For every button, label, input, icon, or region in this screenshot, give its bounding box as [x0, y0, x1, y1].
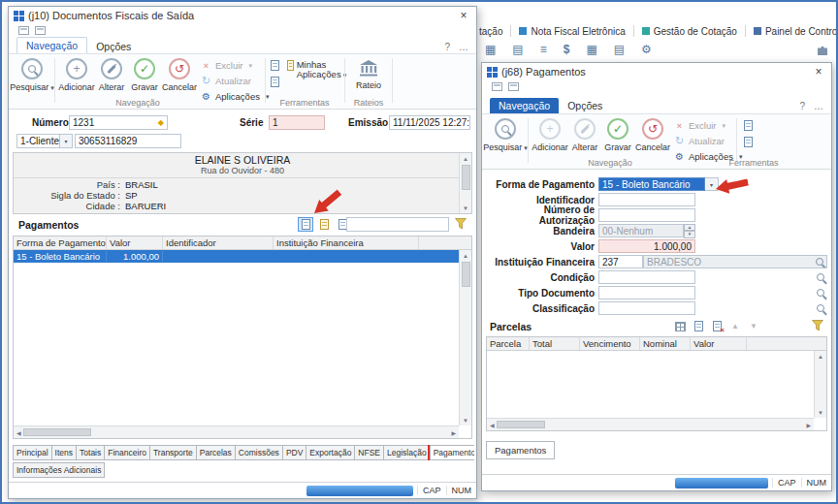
spreadsheet-icon[interactable]: ▦ — [586, 43, 596, 56]
scroll-up-icon[interactable]: ▲ — [463, 153, 468, 164]
lookup-search-icon[interactable] — [817, 304, 824, 312]
pin-icon[interactable] — [492, 82, 502, 91]
adicionar-button[interactable]: + Adicionar — [58, 57, 95, 92]
tab-itens[interactable]: Itens — [51, 445, 77, 460]
column-valor[interactable]: Valor — [107, 236, 163, 249]
payment-search-input[interactable] — [346, 217, 449, 232]
chevron-down-icon[interactable]: ▾ — [59, 135, 72, 147]
tab-comissoes[interactable]: Comissões — [235, 445, 283, 460]
tab-financeiro[interactable]: Financeiro — [104, 445, 150, 460]
pin-icon[interactable] — [18, 26, 29, 35]
atualizar-button[interactable]: ↻ Atualizar — [674, 135, 742, 147]
forma-de-pagamento-combo[interactable]: 15 - Boleto Bancário — [598, 177, 705, 191]
delete-parcela-icon[interactable]: × — [709, 319, 725, 333]
column-nominal[interactable]: Nominal — [640, 337, 691, 350]
scroll-right-icon[interactable]: ▶ — [806, 422, 811, 428]
scrollbar-thumb[interactable] — [462, 165, 470, 190]
instituicao-codigo-field[interactable]: 237 — [598, 255, 643, 268]
title-bar[interactable]: (j68) Pagamentos × — [482, 63, 831, 80]
numero-autorizacao-field[interactable] — [598, 208, 695, 222]
add-parcela-icon[interactable] — [691, 319, 706, 333]
condicao-field[interactable] — [598, 270, 695, 284]
close-icon[interactable]: × — [456, 9, 471, 22]
tab-exportacao[interactable]: Exportação — [306, 445, 355, 460]
bg-tab-painel-de-controle[interactable]: Painel de Controle — [754, 26, 838, 37]
grid-vertical-scrollbar[interactable]: ▲ ▼ — [814, 351, 826, 418]
scrollbar-thumb[interactable] — [23, 428, 91, 436]
tipo-documento-field[interactable] — [598, 286, 695, 299]
tab-parcelas[interactable]: Parcelas — [196, 445, 236, 460]
copy-icon[interactable] — [744, 120, 753, 131]
scroll-right-icon[interactable]: ▶ — [451, 429, 456, 436]
filter-icon[interactable] — [455, 218, 467, 230]
bandeira-field[interactable]: 00-Nenhum — [598, 224, 684, 237]
bg-tab-cotacao[interactable]: tação — [479, 26, 502, 37]
column-forma-de-pagamento[interactable]: Forma de Pagamento — [14, 236, 107, 249]
report-icon[interactable]: ▤ — [614, 43, 625, 56]
column-parcela[interactable]: Parcela — [487, 337, 530, 350]
serie-field[interactable]: 1 — [269, 115, 325, 130]
column-total[interactable]: Total — [530, 337, 580, 350]
scroll-left-icon[interactable]: ◀ — [490, 422, 495, 428]
valor-field[interactable]: 1.000,00 — [598, 239, 695, 253]
tab-opcoes[interactable]: Opções — [559, 98, 611, 113]
scroll-down-icon[interactable]: ▼ — [463, 203, 468, 213]
scrollbar-thumb[interactable] — [462, 262, 470, 287]
tab-transporte[interactable]: Transporte — [149, 445, 197, 460]
ribbon-toggle-icon[interactable] — [508, 82, 519, 91]
tab-navegacao[interactable]: Navegação — [490, 98, 559, 113]
minhas-aplicacoes-button[interactable]: Minhas Aplicações▾ — [287, 60, 351, 87]
emissao-field[interactable]: 11/11/2025 12:27:00 — [389, 115, 470, 130]
grid-horizontal-scrollbar[interactable]: ◀ ▶ — [14, 425, 459, 438]
puzzle-icon[interactable] — [817, 44, 830, 56]
move-down-icon[interactable]: ▼ — [746, 319, 761, 333]
add-payment-icon[interactable] — [298, 217, 313, 232]
scroll-up-icon[interactable]: ▲ — [818, 351, 823, 362]
atualizar-button[interactable]: ↻ Atualizar — [201, 75, 269, 87]
close-icon[interactable]: × — [811, 65, 826, 79]
column-instituicao-financeira[interactable]: Instituição Financeira — [274, 236, 419, 249]
lookup-search-icon[interactable] — [816, 258, 823, 266]
cancelar-button[interactable]: ↺ Cancelar — [634, 117, 671, 152]
settings-gear-icon[interactable]: ⚙ — [641, 43, 652, 56]
move-up-icon[interactable]: ▲ — [727, 319, 743, 333]
tab-totais[interactable]: Totais — [76, 445, 105, 460]
paste-icon[interactable] — [744, 137, 753, 147]
alterar-button[interactable]: Alterar — [95, 57, 128, 92]
identificador-field[interactable] — [598, 193, 695, 206]
rateio-button[interactable]: Rateio — [348, 57, 389, 90]
column-valor[interactable]: Valor — [691, 337, 747, 350]
tab-informacoes-adicionais[interactable]: Informações Adicionais — [13, 462, 105, 478]
excluir-button[interactable]: × Excluir ▾ — [674, 120, 742, 131]
cliente-field[interactable]: 30653116829 — [75, 134, 181, 148]
instituicao-nome-field[interactable]: BRADESCO — [643, 255, 827, 268]
ribbon-toggle-icon[interactable] — [35, 26, 46, 35]
classificacao-field[interactable] — [598, 301, 695, 315]
client-scrollbar[interactable]: ▲ ▼ — [459, 153, 471, 213]
tab-legislacao[interactable]: Legislação — [383, 445, 431, 460]
copy-icon[interactable] — [271, 60, 279, 71]
paste-icon[interactable] — [271, 77, 279, 87]
gravar-button[interactable]: ✓ Gravar — [601, 117, 634, 152]
tab-opcoes[interactable]: Opções — [87, 39, 140, 54]
lookup-search-icon[interactable] — [817, 289, 824, 297]
table-icon[interactable]: ▤ — [512, 43, 523, 56]
grid-vertical-scrollbar[interactable]: ▲ ▼ — [459, 250, 471, 425]
filter-icon[interactable] — [812, 320, 823, 331]
help-icon[interactable]: ? — [799, 101, 805, 111]
bandeira-spinner[interactable]: ▲▼ — [684, 224, 695, 238]
more-icon[interactable]: … — [814, 101, 823, 111]
grid-horizontal-scrollbar[interactable]: ◀ ▶ — [487, 418, 814, 430]
gravar-button[interactable]: ✓ Gravar — [128, 57, 161, 92]
tab-nfse[interactable]: NFSE — [354, 445, 384, 460]
scroll-up-icon[interactable]: ▲ — [463, 250, 468, 261]
bg-tab-nota-fiscal-eletronica[interactable]: Nota Fiscal Eletrônica — [519, 26, 625, 37]
scroll-down-icon[interactable]: ▼ — [463, 415, 468, 425]
numero-field[interactable]: 1231 ◆ — [69, 115, 168, 130]
tab-pagamentos[interactable]: Pagamentos — [486, 441, 555, 459]
cancelar-button[interactable]: ↺ Cancelar — [161, 57, 198, 92]
tab-pdv[interactable]: PDV — [282, 445, 306, 460]
more-icon[interactable]: … — [459, 42, 468, 52]
scrollbar-thumb[interactable] — [497, 421, 545, 428]
excluir-button[interactable]: × Excluir ▾ — [201, 60, 269, 71]
